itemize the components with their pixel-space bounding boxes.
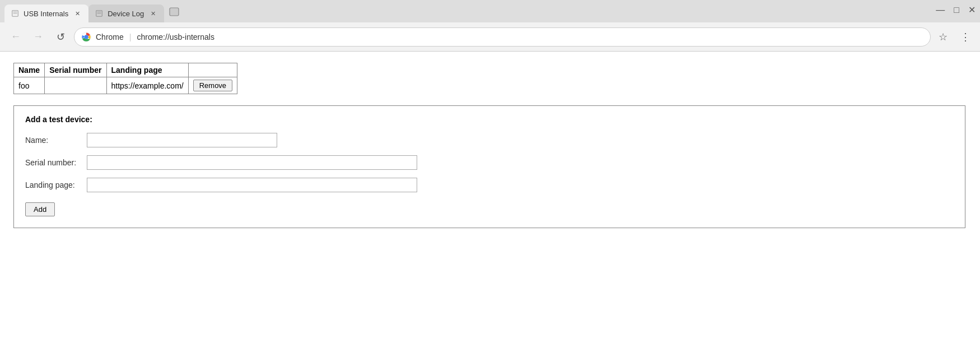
serial-form-row: Serial number: xyxy=(25,155,954,170)
row-action: Remove xyxy=(188,77,237,94)
new-tab-button[interactable] xyxy=(166,4,182,20)
tab-icon-usb xyxy=(11,10,19,17)
chrome-logo-icon xyxy=(81,32,91,42)
svg-point-9 xyxy=(85,35,88,39)
table-header-row: Name Serial number Landing page xyxy=(14,63,237,77)
table-row: foo https://example.com/ Remove xyxy=(14,77,237,94)
landing-input[interactable] xyxy=(87,178,417,192)
add-device-section: Add a test device: Name: Serial number: … xyxy=(13,105,965,228)
serial-input[interactable] xyxy=(87,155,417,170)
tab-device-log[interactable]: Device Log ✕ xyxy=(88,4,164,22)
col-landing-header: Landing page xyxy=(106,63,188,77)
col-serial-header: Serial number xyxy=(45,63,106,77)
col-name-header: Name xyxy=(14,63,45,77)
serial-label: Serial number: xyxy=(25,158,87,167)
tab-devlog-close[interactable]: ✕ xyxy=(148,9,157,18)
col-action-header xyxy=(188,63,237,77)
forward-button[interactable]: → xyxy=(29,28,47,46)
address-separator: | xyxy=(129,33,132,41)
remove-button[interactable]: Remove xyxy=(193,80,232,91)
name-form-row: Name: xyxy=(25,133,954,147)
address-bar[interactable]: Chrome | chrome://usb-internals xyxy=(74,27,931,47)
landing-label: Landing page: xyxy=(25,180,87,189)
maximize-button[interactable]: □ xyxy=(954,6,959,15)
address-url: chrome://usb-internals xyxy=(137,33,214,41)
row-serial xyxy=(45,77,106,94)
toolbar: ← → ↺ Chrome | chrome://usb-internals ☆ … xyxy=(0,22,980,52)
title-bar: USB Internals ✕ Device Log ✕ — □ ✕ xyxy=(0,0,980,22)
page-content: Name Serial number Landing page foo http… xyxy=(0,52,980,361)
bookmark-button[interactable]: ☆ xyxy=(935,29,951,45)
back-button[interactable]: ← xyxy=(7,28,25,46)
tab-usb-internals[interactable]: USB Internals ✕ xyxy=(4,4,88,22)
svg-rect-6 xyxy=(170,8,179,16)
menu-button[interactable]: ⋮ xyxy=(958,29,973,45)
device-table: Name Serial number Landing page foo http… xyxy=(13,63,237,94)
toolbar-right: ☆ ⋮ xyxy=(935,29,973,45)
tab-icon-devlog xyxy=(95,10,103,17)
window-controls: — □ ✕ xyxy=(936,6,976,15)
reload-button[interactable]: ↺ xyxy=(52,28,69,46)
row-landing: https://example.com/ xyxy=(106,77,188,94)
add-device-title: Add a test device: xyxy=(25,115,954,124)
address-brand: Chrome xyxy=(96,33,124,41)
minimize-button[interactable]: — xyxy=(936,6,945,15)
landing-form-row: Landing page: xyxy=(25,178,954,192)
tab-devlog-label: Device Log xyxy=(108,10,144,18)
tab-usb-close[interactable]: ✕ xyxy=(73,9,82,18)
close-button[interactable]: ✕ xyxy=(968,6,976,15)
add-button[interactable]: Add xyxy=(25,202,55,216)
name-label: Name: xyxy=(25,136,87,145)
row-name: foo xyxy=(14,77,45,94)
tab-usb-label: USB Internals xyxy=(24,10,68,18)
name-input[interactable] xyxy=(87,133,277,147)
